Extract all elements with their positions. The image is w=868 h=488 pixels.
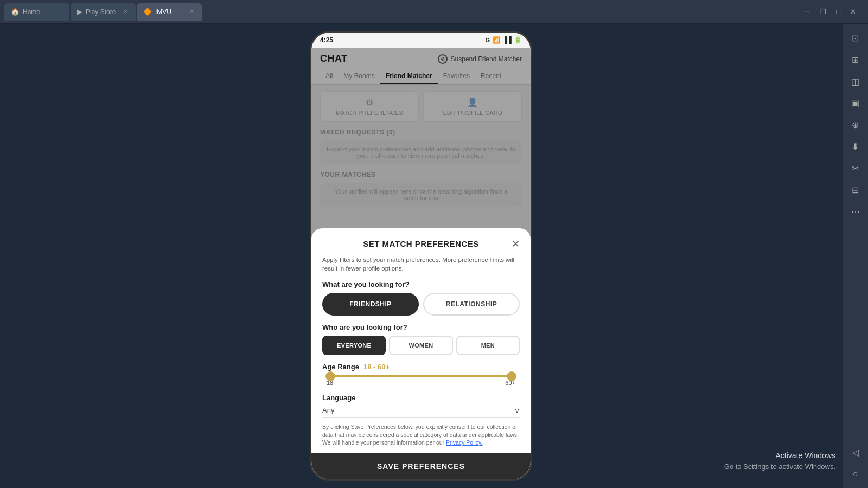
age-range-slider[interactable]: 18 60+ — [322, 375, 520, 386]
age-range-label: Age Range — [322, 363, 359, 371]
slider-labels: 18 60+ — [327, 380, 515, 386]
playstore-icon: ▶ — [77, 8, 82, 16]
scissors-icon-btn[interactable]: ✂ — [846, 158, 865, 178]
more-icon-btn[interactable]: ⋯ — [846, 202, 865, 221]
screen2-icon-btn[interactable]: ▣ — [846, 93, 865, 113]
who-btn-group: EVERYONE WOMEN MEN — [322, 336, 520, 355]
looking-for-btn-group: FRIENDSHIP RELATIONSHIP — [322, 293, 520, 316]
time-display: 4:25 — [320, 36, 333, 44]
close-button[interactable]: ✕ — [847, 6, 859, 17]
everyone-btn[interactable]: EVERYONE — [322, 336, 386, 355]
imvu-icon: 🔶 — [143, 8, 152, 16]
wifi-icon: 📶 — [492, 36, 500, 44]
download-icon-btn[interactable]: ⬇ — [846, 137, 865, 156]
battery-icon: 🔋 — [514, 36, 522, 44]
women-btn[interactable]: WOMEN — [389, 336, 452, 355]
who-label: Who are you looking for? — [322, 323, 520, 331]
tab-imvu-close[interactable]: ✕ — [188, 7, 195, 16]
activation-title: Activate Windows — [724, 450, 835, 461]
activation-subtitle: Go to Settings to activate Windows. — [724, 461, 835, 472]
consent-text: By clicking Save Preferences below, you … — [322, 423, 520, 447]
friendship-btn[interactable]: FRIENDSHIP — [322, 293, 419, 316]
slider-thumb-max[interactable] — [507, 371, 516, 381]
tab-home-label: Home — [23, 8, 40, 16]
age-range-row: Age Range 18 - 60+ — [322, 363, 520, 371]
activation-watermark: Activate Windows Go to Settings to activ… — [724, 450, 835, 472]
modal-title: SET MATCH PREFERENCES — [363, 239, 479, 248]
slider-thumb-min[interactable] — [326, 371, 335, 381]
slider-fill — [330, 375, 512, 377]
table-icon-btn[interactable]: ⊟ — [846, 180, 865, 200]
restore-button[interactable]: ❐ — [816, 6, 829, 17]
consent-body: By clicking Save Preferences below, you … — [322, 423, 519, 446]
window-controls: ─ ❐ □ ✕ — [797, 4, 864, 20]
relationship-btn[interactable]: RELATIONSHIP — [423, 293, 520, 316]
language-label: Language — [322, 394, 520, 402]
tab-bar: 🏠 Home ▶ Play Store ✕ 🔶 IMVU ✕ — [4, 0, 797, 23]
modal-overlay: SET MATCH PREFERENCES ✕ Apply filters to… — [311, 48, 531, 479]
main-area: 4:25 G 📶 ▐▐ 🔋 CHAT ⊘ Suspend Friend Matc… — [0, 24, 842, 488]
right-toolbar: ⊡ ⊞ ◫ ▣ ⊕ ⬇ ✂ ⊟ ⋯ ◁ ○ — [842, 24, 868, 488]
slider-track — [327, 375, 515, 377]
plus-icon-btn[interactable]: ⊕ — [846, 115, 865, 134]
home-icon: 🏠 — [11, 8, 20, 16]
tab-playstore[interactable]: ▶ Play Store ✕ — [71, 3, 136, 21]
circle-icon-btn[interactable]: ○ — [846, 464, 865, 484]
looking-for-label: What are you looking for? — [322, 280, 520, 288]
maximize-button[interactable]: □ — [833, 6, 844, 17]
tab-playstore-label: Play Store — [86, 8, 116, 16]
status-bar: 4:25 G 📶 ▐▐ 🔋 — [311, 33, 531, 48]
language-dropdown[interactable]: Any ∨ — [322, 404, 520, 418]
tab-home[interactable]: 🏠 Home — [4, 3, 69, 21]
save-preferences-button[interactable]: SAVE PREFERENCES — [311, 453, 531, 479]
resize-icon-btn[interactable]: ◫ — [846, 72, 865, 91]
signal-icon: ▐▐ — [502, 36, 512, 44]
modal-header: SET MATCH PREFERENCES ✕ — [322, 239, 520, 249]
age-range-value: 18 - 60+ — [363, 363, 390, 371]
status-right-icons: G 📶 ▐▐ 🔋 — [485, 36, 522, 44]
tab-imvu[interactable]: 🔶 IMVU ✕ — [137, 3, 202, 21]
grid-icon-btn[interactable]: ⊞ — [846, 50, 865, 69]
tab-imvu-label: IMVU — [155, 8, 171, 16]
browser-chrome: 🏠 Home ▶ Play Store ✕ 🔶 IMVU ✕ ─ ❐ □ ✕ — [0, 0, 868, 24]
set-match-preferences-modal: SET MATCH PREFERENCES ✕ Apply filters to… — [311, 228, 531, 479]
back-icon-btn[interactable]: ◁ — [846, 442, 865, 462]
modal-close-button[interactable]: ✕ — [512, 239, 520, 249]
minimize-button[interactable]: ─ — [802, 6, 813, 17]
phone-mockup: 4:25 G 📶 ▐▐ 🔋 CHAT ⊘ Suspend Friend Matc… — [310, 31, 532, 481]
network-icon: G — [485, 37, 490, 43]
modal-subtitle: Apply filters to set your match preferen… — [322, 255, 520, 273]
chevron-down-icon: ∨ — [514, 406, 520, 415]
men-btn[interactable]: MEN — [456, 336, 520, 355]
language-value: Any — [322, 406, 334, 414]
app-content: CHAT ⊘ Suspend Friend Matcher All My Roo… — [311, 48, 531, 479]
privacy-policy-link[interactable]: Privacy Policy. — [446, 439, 483, 446]
tab-playstore-close[interactable]: ✕ — [122, 7, 129, 16]
monitor-icon-btn[interactable]: ⊡ — [846, 28, 865, 48]
